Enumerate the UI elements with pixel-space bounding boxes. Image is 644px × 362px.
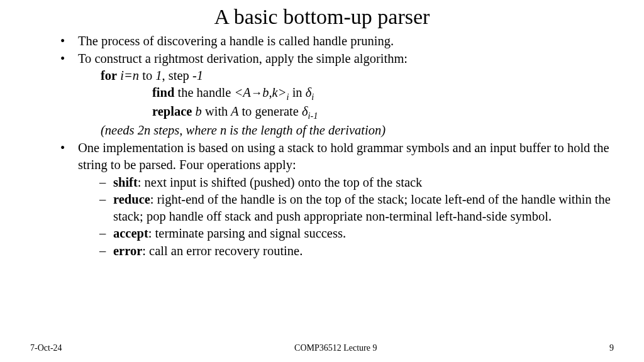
algo-line-replace: replace b with A to generate δi-1 (78, 103, 614, 122)
slide-title: A basic bottom-up parser (30, 5, 614, 29)
kw-to: to (142, 69, 152, 82)
lit-neg1: -1 (192, 69, 203, 82)
algo-line-for: for i=n to 1, step -1 (78, 67, 614, 84)
slide-footer: 7-Oct-24 COMP36512 Lecture 9 9 (0, 343, 644, 353)
op-error-label: error (113, 244, 142, 258)
kw-replace: replace (152, 104, 192, 118)
txt-togen: to generate (242, 104, 302, 118)
op-shift-label: shift (113, 175, 138, 189)
algo-line-find: find the handle <A→b,k>i in δi (78, 84, 614, 103)
op-error: error: call an error recovery routine. (99, 243, 614, 260)
sub-i-2: i (311, 92, 314, 102)
bullet-3-text: One implementation is based on using a s… (78, 141, 609, 172)
bullet-3: One implementation is based on using a s… (65, 140, 614, 259)
op-shift: shift: next input is shifted (pushed) on… (99, 174, 614, 191)
txt-in: in (289, 85, 306, 99)
delta-1: δ (306, 85, 312, 99)
footer-page: 9 (609, 343, 614, 353)
op-reduce-label: reduce (113, 192, 150, 206)
sym-A: A (228, 104, 242, 118)
kw-with: with (205, 104, 228, 118)
op-reduce: reduce: right-end of the handle is on th… (99, 191, 614, 225)
handle-close: b,k> (262, 85, 286, 99)
delta-2: δ (302, 104, 308, 118)
expr-ieqn: i=n (117, 69, 142, 82)
op-reduce-desc: : right-end of the handle is on the top … (113, 192, 611, 223)
footer-course: COMP36512 Lecture 9 (294, 343, 377, 353)
lit-1: 1 (152, 69, 162, 82)
handle-open: <A (234, 85, 250, 99)
bullet-1: The process of discovering a handle is c… (65, 33, 614, 50)
footer-date: 7-Oct-24 (30, 343, 62, 353)
op-error-desc: : call an error recovery routine. (142, 244, 303, 258)
sub-im1: i-1 (308, 111, 318, 121)
kw-step: , step (162, 69, 192, 82)
bullet-2: To construct a rightmost derivation, app… (65, 50, 614, 139)
bullet-2-text: To construct a rightmost derivation, app… (78, 52, 408, 65)
op-accept: accept: terminate parsing and signal suc… (99, 225, 614, 242)
arrow-icon: → (251, 86, 262, 99)
op-accept-label: accept (113, 226, 148, 240)
sym-b: b (192, 104, 205, 118)
kw-find: find (152, 85, 174, 99)
kw-for: for (101, 69, 117, 82)
slide-body: The process of discovering a handle is c… (30, 33, 614, 260)
algo-note: (needs 2n steps, where n is the length o… (78, 122, 614, 139)
op-shift-desc: : next input is shifted (pushed) onto th… (138, 175, 423, 189)
txt-thehandle: the handle (174, 85, 234, 99)
op-accept-desc: : terminate parsing and signal success. (148, 226, 346, 240)
